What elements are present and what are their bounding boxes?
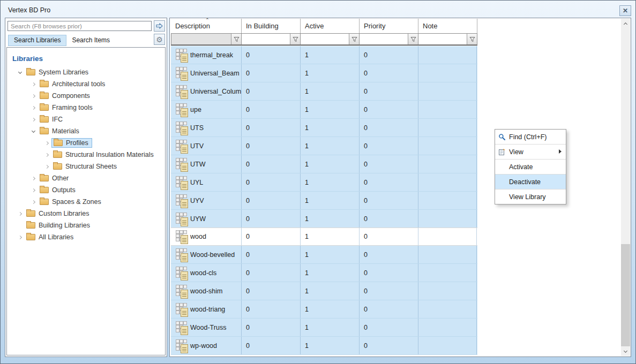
chevron-right-icon[interactable] [42, 150, 51, 159]
table-row[interactable]: wood-triang 0 1 0 [171, 300, 477, 318]
row-note [418, 173, 477, 191]
tree-item-structural-insulation-materials[interactable]: Structural Insulation Materials [7, 149, 165, 161]
tree-item-architectural-tools[interactable]: Architectural tools [7, 78, 165, 90]
menu-item-activate[interactable]: Activate [495, 160, 566, 174]
chevron-down-icon[interactable] [29, 127, 38, 135]
filter-cell-note[interactable] [418, 33, 477, 45]
row-description: wood-triang [190, 306, 225, 313]
folder-icon [40, 187, 49, 193]
tree-item-spaces-zones[interactable]: Spaces & Zones [7, 196, 165, 208]
tree-item-ifc[interactable]: IFC [7, 113, 165, 125]
row-priority: 0 [360, 173, 418, 191]
table-row[interactable]: wp-wood 0 1 0 [171, 337, 477, 355]
menu-item-find[interactable]: Find (Ctrl+F) [495, 130, 566, 144]
column-header-active[interactable]: Active [301, 19, 360, 33]
filter-cell-priority[interactable] [360, 33, 418, 45]
tree-item-custom-libraries[interactable]: Custom Libraries [7, 208, 165, 219]
table-row[interactable]: UYL 0 1 0 [171, 173, 477, 192]
folder-icon [53, 151, 62, 158]
tree-item-all-libraries[interactable]: All Libraries [7, 231, 165, 243]
filter-cell-description[interactable] [171, 33, 242, 45]
row-active: 1 [301, 246, 360, 263]
table-row[interactable]: upe 0 1 0 [171, 101, 477, 119]
table-row[interactable]: Universal_Beam 0 1 0 [171, 64, 477, 82]
table-row[interactable]: wood-shim 0 1 0 [171, 282, 477, 300]
filter-cell-in-building[interactable] [242, 33, 301, 45]
scroll-down-button[interactable] [621, 347, 630, 356]
row-in-building: 0 [242, 300, 301, 318]
column-header-in-building[interactable]: In Building [242, 19, 301, 33]
row-active: 1 [301, 337, 360, 354]
table-row[interactable]: thermal_break 0 1 0 [171, 46, 477, 64]
column-header-note[interactable]: Note [418, 19, 477, 33]
chevron-up-icon [624, 22, 627, 26]
row-description: Wood-bevelled [190, 251, 235, 259]
filter-button[interactable] [349, 34, 359, 44]
arrow-right-icon [156, 23, 163, 29]
chevron-right-icon[interactable] [29, 198, 38, 206]
filter-button[interactable] [467, 34, 477, 44]
menu-item-view[interactable]: View [495, 145, 566, 159]
row-description: wood-shim [190, 287, 222, 295]
chevron-right-icon[interactable] [29, 80, 38, 88]
filter-cell-active[interactable] [301, 33, 360, 45]
table-row[interactable]: UTS 0 1 0 [171, 119, 477, 137]
filter-funnel-icon [410, 36, 416, 42]
filter-button[interactable] [408, 34, 418, 44]
chevron-right-icon[interactable] [29, 92, 38, 100]
table-row[interactable]: UYV 0 1 0 [171, 192, 477, 210]
chevron-right-icon[interactable] [42, 162, 51, 171]
chevron-right-icon[interactable] [29, 115, 38, 124]
tree-item-framing-tools[interactable]: Framing tools [7, 102, 165, 113]
table-row[interactable]: UTW 0 1 0 [171, 155, 477, 173]
search-input[interactable] [8, 21, 152, 31]
row-active: 1 [301, 228, 360, 245]
table-row[interactable]: UYW 0 1 0 [171, 210, 477, 228]
chevron-right-icon[interactable] [29, 186, 38, 194]
tree-item-system-libraries[interactable]: System Libraries [7, 66, 165, 78]
tree-item-other[interactable]: Other [7, 172, 165, 184]
table-row[interactable]: Universal_Column 0 1 0 [171, 82, 477, 101]
folder-icon [40, 93, 49, 99]
tree-item-structural-sheets[interactable]: Structural Sheets [7, 161, 165, 172]
tab-search-libraries[interactable]: Search Libraries [8, 35, 66, 46]
menu-item-view-library[interactable]: View Library [495, 189, 566, 204]
table-row[interactable]: Wood-bevelled 0 1 0 [171, 246, 477, 264]
table-row[interactable]: wood 0 1 0 [171, 228, 477, 246]
table-row[interactable]: wood-cls 0 1 0 [171, 264, 477, 282]
library-item-icon [176, 84, 188, 99]
tree-item-outputs[interactable]: Outputs [7, 184, 165, 196]
settings-button[interactable]: ⚙ [154, 34, 165, 45]
filter-button[interactable] [231, 34, 241, 44]
chevron-right-icon[interactable] [29, 103, 38, 112]
filter-button[interactable] [290, 34, 300, 44]
table-row[interactable]: Wood-Truss 0 1 0 [171, 318, 477, 337]
column-header-description[interactable]: Description ˆ [171, 19, 242, 33]
chevron-right-icon[interactable] [16, 209, 25, 218]
tree-item-components[interactable]: Components [7, 90, 165, 102]
close-button[interactable]: ✕ [619, 5, 631, 16]
search-go-button[interactable] [154, 20, 165, 32]
chevron-down-icon[interactable] [16, 68, 25, 77]
vertical-scrollbar[interactable] [621, 19, 630, 356]
chevron-right-icon[interactable] [42, 139, 51, 147]
tree-item-building-libraries[interactable]: Building Libraries [7, 219, 165, 231]
title-bar[interactable]: Vertex BD Pro ✕ [1, 1, 635, 18]
library-item-icon [176, 157, 188, 172]
chevron-right-icon[interactable] [16, 233, 25, 241]
library-item-icon [176, 175, 188, 190]
row-priority: 0 [360, 318, 418, 336]
chevron-right-icon[interactable] [29, 174, 38, 183]
scroll-up-button[interactable] [621, 19, 630, 28]
filter-funnel-icon [351, 36, 357, 42]
gear-icon: ⚙ [156, 36, 163, 43]
scrollbar-thumb[interactable] [621, 244, 630, 346]
tab-search-items[interactable]: Search Items [66, 35, 115, 46]
tree-item-materials[interactable]: Materials [7, 125, 165, 137]
column-header-priority[interactable]: Priority [360, 19, 418, 33]
table-body: thermal_break 0 1 0 Universal_Beam 0 1 0… [171, 46, 477, 355]
tree-item-profiles[interactable]: Profiles [7, 137, 165, 149]
table-row[interactable]: UTV 0 1 0 [171, 137, 477, 155]
menu-item-deactivate[interactable]: Deactivate [495, 175, 566, 189]
row-in-building: 0 [242, 318, 301, 336]
